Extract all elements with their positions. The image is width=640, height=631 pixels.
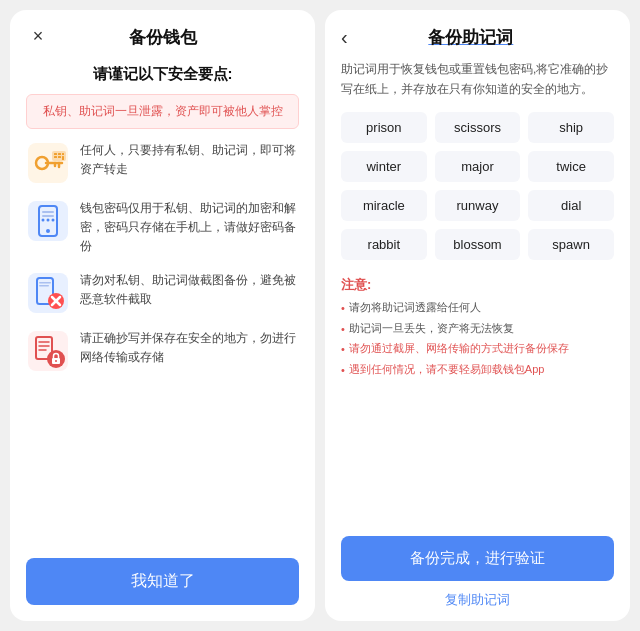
confirm-button[interactable]: 我知道了 [26,558,299,605]
notes-item-text: 请勿通过截屏、网络传输的方式进行备份保存 [349,339,569,358]
mnemonic-word: blossom [435,229,521,260]
notes-item-text: 助记词一旦丢失，资产将无法恢复 [349,319,514,338]
notes-section: 注意: •请勿将助记词透露给任何人•助记词一旦丢失，资产将无法恢复•请勿通过截屏… [325,272,630,391]
mnemonic-grid: prisonscissorsshipwintermajortwicemiracl… [325,112,630,272]
svg-rect-15 [42,215,54,217]
security-item-text-location: 请正确抄写并保存在安全的地方，勿进行网络传输或存储 [80,329,299,367]
notes-dot: • [341,340,345,360]
svg-point-16 [46,229,50,233]
right-panel-title: 备份助记词 [356,26,586,49]
mnemonic-word: runway [435,190,521,221]
notes-item: •请勿通过截屏、网络传输的方式进行备份保存 [341,339,614,360]
security-item-key: 任何人，只要持有私钥、助记词，即可将资产转走 [26,141,299,185]
left-footer: 我知道了 [10,546,315,621]
security-note-title: 请谨记以下安全要点: [10,61,315,94]
notes-dot: • [341,320,345,340]
warning-bar: 私钥、助记词一旦泄露，资产即可被他人掌控 [26,94,299,129]
svg-rect-7 [58,153,61,155]
svg-point-17 [42,219,45,222]
location-icon [26,329,70,373]
security-item-phone: 钱包密码仅用于私钥、助记词的加密和解密，密码只存储在手机上，请做好密码备份 [26,199,299,257]
security-item-text-phone: 钱包密码仅用于私钥、助记词的加密和解密，密码只存储在手机上，请做好密码备份 [80,199,299,257]
mnemonic-word: rabbit [341,229,427,260]
notes-item-text: 遇到任何情况，请不要轻易卸载钱包App [349,360,545,379]
notes-dot: • [341,299,345,319]
mnemonic-word: major [435,151,521,182]
security-item-text-screenshot: 请勿对私钥、助记词做截图备份，避免被恶意软件截取 [80,271,299,309]
mnemonic-word: winter [341,151,427,182]
notes-title: 注意: [341,276,614,294]
notes-item-text: 请勿将助记词透露给任何人 [349,298,481,317]
svg-point-34 [55,360,57,362]
mnemonic-word: dial [528,190,614,221]
svg-rect-22 [39,282,51,284]
mnemonic-word: ship [528,112,614,143]
security-item-location: 请正确抄写并保存在安全的地方，勿进行网络传输或存储 [26,329,299,373]
notes-item: •请勿将助记词透露给任何人 [341,298,614,319]
mnemonic-word: scissors [435,112,521,143]
svg-rect-6 [54,153,57,155]
screenshot-icon [26,271,70,315]
backup-done-button[interactable]: 备份完成，进行验证 [341,536,614,581]
right-header: ‹ 备份助记词 [325,10,630,59]
notes-dot: • [341,361,345,381]
svg-point-19 [52,219,55,222]
right-panel: ‹ 备份助记词 助记词用于恢复钱包或重置钱包密码,将它准确的抄写在纸上，并存放在… [325,10,630,621]
close-button[interactable]: × [26,24,50,48]
back-button[interactable]: ‹ [341,26,348,49]
svg-rect-23 [39,285,49,287]
security-item-screenshot: 请勿对私钥、助记词做截图备份，避免被恶意软件截取 [26,271,299,315]
phone-icon [26,199,70,243]
svg-rect-9 [54,156,57,158]
left-panel-title: 备份钱包 [129,26,197,49]
copy-mnemonic-link[interactable]: 复制助记词 [341,591,614,609]
mnemonic-word: miracle [341,190,427,221]
svg-rect-10 [58,156,61,158]
svg-rect-8 [62,153,64,155]
right-footer: 备份完成，进行验证 复制助记词 [325,528,630,621]
mnemonic-word: spawn [528,229,614,260]
svg-point-18 [47,219,50,222]
svg-rect-14 [42,211,54,213]
mnemonic-word: twice [528,151,614,182]
security-item-text-key: 任何人，只要持有私钥、助记词，即可将资产转走 [80,141,299,179]
left-header: × 备份钱包 [10,10,315,61]
svg-rect-11 [62,156,64,160]
left-panel: × 备份钱包 请谨记以下安全要点: 私钥、助记词一旦泄露，资产即可被他人掌控 [10,10,315,621]
notes-item: •助记词一旦丢失，资产将无法恢复 [341,319,614,340]
security-items-list: 任何人，只要持有私钥、助记词，即可将资产转走 [10,141,315,546]
key-icon [26,141,70,185]
notes-item: •遇到任何情况，请不要轻易卸载钱包App [341,360,614,381]
right-description: 助记词用于恢复钱包或重置钱包密码,将它准确的抄写在纸上，并存放在只有你知道的安全… [325,59,630,112]
mnemonic-word: prison [341,112,427,143]
